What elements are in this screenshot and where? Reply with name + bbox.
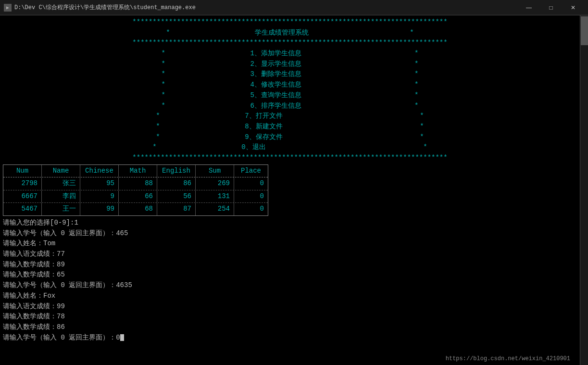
maximize-button[interactable]: □	[540, 0, 562, 15]
cell-chinese: 95	[80, 177, 119, 190]
title-bar-left: ▶ D:\Dev C\综合程序设计\学生成绩管理系统\student_manag…	[4, 3, 196, 12]
console-area: ****************************************…	[0, 15, 580, 365]
cell-name: 王一	[42, 203, 80, 215]
menu-item-3: * 3、删除学生信息 *	[3, 69, 577, 80]
cell-math: 68	[119, 203, 157, 215]
input-line-5: 请输入数学成绩：65	[3, 270, 577, 280]
cell-english: 86	[157, 177, 196, 190]
col-header-math: Math	[119, 165, 157, 177]
cell-english: 56	[157, 190, 196, 203]
minimize-button[interactable]: —	[518, 0, 540, 15]
cell-chinese: 99	[80, 203, 119, 215]
cell-name: 李四	[42, 190, 80, 203]
input-line-10: 请输入数学成绩：86	[3, 322, 577, 333]
input-line-9: 请输入数学成绩：78	[3, 312, 577, 322]
cell-num: 2798	[3, 177, 42, 190]
input-line-3: 请输入语文成绩：77	[3, 249, 577, 260]
scrollbar-thumb[interactable]	[581, 16, 588, 45]
cell-place: 0	[234, 190, 268, 203]
menu-title: * 学生成绩管理系统 *	[3, 28, 577, 38]
input-line-1: 请输入学号（输入 0 返回主界面）：465	[3, 228, 577, 239]
menu-item-9: * 9、保存文件 *	[3, 132, 577, 143]
input-section: 请输入您的选择[0-9]:1 请输入学号（输入 0 返回主界面）：465 请输入…	[3, 218, 577, 343]
input-line-2: 请输入姓名：Tom	[3, 239, 577, 249]
window-title: D:\Dev C\综合程序设计\学生成绩管理系统\student_manage.…	[14, 3, 196, 12]
table-row: 2798 张三 95 88 86 269 0	[3, 177, 268, 190]
table-row: 6667 李四 9 66 56 131 0	[3, 190, 268, 203]
scrollbar[interactable]	[580, 15, 588, 365]
menu-border-top: ****************************************…	[3, 17, 577, 28]
col-header-place: Place	[234, 165, 268, 177]
cell-place: 0	[234, 177, 268, 190]
menu-item-8: * 8、新建文件 *	[3, 122, 577, 132]
input-line-6: 请输入学号（输入 0 返回主界面）：4635	[3, 280, 577, 291]
cell-place: 0	[234, 203, 268, 215]
cell-num: 5467	[3, 203, 42, 215]
cursor-blink	[120, 334, 124, 341]
cell-sum: 254	[196, 203, 234, 215]
menu-section: ****************************************…	[3, 17, 577, 164]
cell-sum: 131	[196, 190, 234, 203]
input-line-4: 请输入数学成绩：89	[3, 260, 577, 270]
menu-border-mid: ****************************************…	[3, 38, 577, 49]
app-icon: ▶	[4, 4, 12, 12]
cell-chinese: 9	[80, 190, 119, 203]
col-header-english: English	[157, 165, 196, 177]
window-controls[interactable]: — □ ✕	[518, 0, 584, 15]
cell-english: 87	[157, 203, 196, 215]
input-line-7: 请输入姓名：Fox	[3, 291, 577, 302]
input-line-0: 请输入您的选择[0-9]:1	[3, 218, 577, 228]
col-header-num: Num	[3, 165, 42, 177]
bottom-url: https://blog.csdn.net/weixin_4210901	[446, 355, 570, 363]
close-button[interactable]: ✕	[562, 0, 584, 15]
table-row: 5467 王一 99 68 87 254 0	[3, 203, 268, 215]
col-header-chinese: Chinese	[80, 165, 119, 177]
data-table: Num Name Chinese Math English Sum Place …	[3, 164, 268, 216]
menu-border-bot: ****************************************…	[3, 153, 577, 164]
menu-item-7: * 7、打开文件 *	[3, 111, 577, 122]
menu-item-0: * 0、退出 *	[3, 142, 577, 153]
col-header-name: Name	[42, 165, 80, 177]
input-line-11: 请输入学号（输入 0 返回主界面）：0	[3, 333, 577, 343]
table-header-row: Num Name Chinese Math English Sum Place	[3, 165, 268, 178]
cell-name: 张三	[42, 177, 80, 190]
cell-sum: 269	[196, 177, 234, 190]
menu-item-4: * 4、修改学生信息 *	[3, 80, 577, 90]
cell-math: 66	[119, 190, 157, 203]
title-bar: ▶ D:\Dev C\综合程序设计\学生成绩管理系统\student_manag…	[0, 0, 588, 15]
menu-item-1: * 1、添加学生信息 *	[3, 49, 577, 59]
input-line-8: 请输入语文成绩：99	[3, 302, 577, 312]
col-header-sum: Sum	[196, 165, 234, 177]
menu-item-2: * 2、显示学生信息 *	[3, 59, 577, 70]
cell-math: 88	[119, 177, 157, 190]
menu-item-6: * 6、排序学生信息 *	[3, 101, 577, 112]
menu-item-5: * 5、查询学生信息 *	[3, 90, 577, 101]
cell-num: 6667	[3, 190, 42, 203]
